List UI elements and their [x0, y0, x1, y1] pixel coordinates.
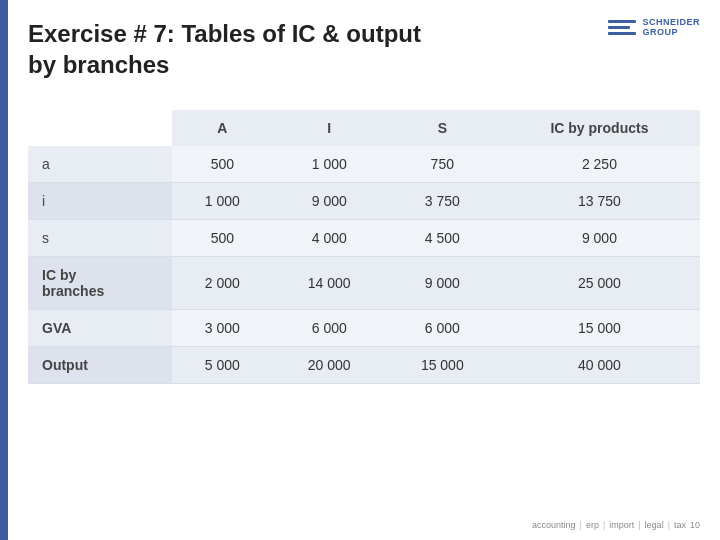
cell-a-i: 1 000: [273, 146, 386, 183]
row-label-ic-branches: IC bybranches: [28, 257, 172, 310]
logo: SCHNEIDER GROUP: [608, 18, 700, 38]
footer-item-accounting: accounting: [532, 520, 576, 530]
main-table-container: A I S IC by products a 500 1 000 750 2 2…: [28, 110, 700, 384]
table-row-ic-branches: IC bybranches 2 000 14 000 9 000 25 000: [28, 257, 700, 310]
footer-item-import: import: [609, 520, 634, 530]
col-header-i: I: [273, 110, 386, 146]
cell-out-s: 15 000: [386, 347, 499, 384]
table-row: i 1 000 9 000 3 750 13 750: [28, 183, 700, 220]
logo-text-line1: SCHNEIDER: [642, 17, 700, 27]
cell-gva-ic: 15 000: [499, 310, 700, 347]
logo-line-2: [608, 26, 630, 29]
col-header-empty: [28, 110, 172, 146]
row-label-i: i: [28, 183, 172, 220]
logo-text: SCHNEIDER GROUP: [642, 18, 700, 38]
header: Exercise # 7: Tables of IC & output by b…: [28, 18, 700, 80]
cell-out-i: 20 000: [273, 347, 386, 384]
cell-icb-a: 2 000: [172, 257, 273, 310]
cell-gva-a: 3 000: [172, 310, 273, 347]
title-line1: Exercise # 7: Tables of IC & output: [28, 20, 421, 47]
page-title: Exercise # 7: Tables of IC & output by b…: [28, 18, 421, 80]
footer-item-tax: tax: [674, 520, 686, 530]
cell-out-a: 5 000: [172, 347, 273, 384]
row-label-s: s: [28, 220, 172, 257]
footer-item-erp: erp: [586, 520, 599, 530]
ic-table: A I S IC by products a 500 1 000 750 2 2…: [28, 110, 700, 384]
accent-bar: [0, 0, 8, 540]
logo-line-3: [608, 32, 636, 35]
table-row-gva: GVA 3 000 6 000 6 000 15 000: [28, 310, 700, 347]
cell-a-s: 750: [386, 146, 499, 183]
table-row: s 500 4 000 4 500 9 000: [28, 220, 700, 257]
logo-lines: [608, 20, 636, 35]
cell-a-ic: 2 250: [499, 146, 700, 183]
col-header-ic-products: IC by products: [499, 110, 700, 146]
cell-gva-i: 6 000: [273, 310, 386, 347]
table-row-output: Output 5 000 20 000 15 000 40 000: [28, 347, 700, 384]
cell-s-ic: 9 000: [499, 220, 700, 257]
logo-text-line2: GROUP: [642, 27, 678, 37]
footer-item-legal: legal: [645, 520, 664, 530]
page-number: 10: [690, 520, 700, 530]
cell-gva-s: 6 000: [386, 310, 499, 347]
row-label-gva: GVA: [28, 310, 172, 347]
row-label-output: Output: [28, 347, 172, 384]
cell-icb-ic: 25 000: [499, 257, 700, 310]
cell-s-a: 500: [172, 220, 273, 257]
cell-s-i: 4 000: [273, 220, 386, 257]
cell-i-a: 1 000: [172, 183, 273, 220]
cell-i-s: 3 750: [386, 183, 499, 220]
cell-i-i: 9 000: [273, 183, 386, 220]
cell-out-ic: 40 000: [499, 347, 700, 384]
cell-icb-s: 9 000: [386, 257, 499, 310]
table-header-row: A I S IC by products: [28, 110, 700, 146]
row-label-a: a: [28, 146, 172, 183]
title-line2: by branches: [28, 51, 169, 78]
col-header-s: S: [386, 110, 499, 146]
cell-i-ic: 13 750: [499, 183, 700, 220]
cell-s-s: 4 500: [386, 220, 499, 257]
col-header-a: A: [172, 110, 273, 146]
footer: accounting | erp | import | legal | tax …: [532, 520, 700, 530]
cell-icb-i: 14 000: [273, 257, 386, 310]
logo-line-1: [608, 20, 636, 23]
table-row: a 500 1 000 750 2 250: [28, 146, 700, 183]
cell-a-a: 500: [172, 146, 273, 183]
